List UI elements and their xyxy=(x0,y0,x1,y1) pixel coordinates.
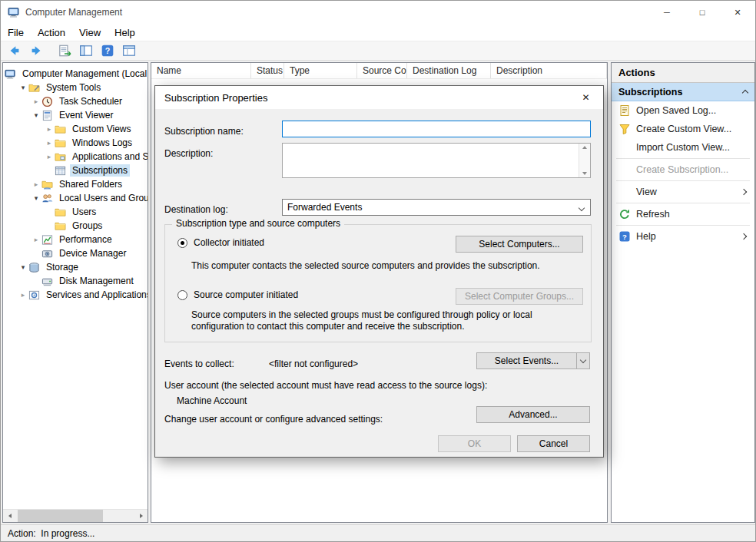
tree-item-services-and-applications[interactable]: ▸Services and Applications xyxy=(3,288,148,302)
collector-initiated-radio[interactable]: Collector initiated xyxy=(177,237,264,248)
device-manager-icon xyxy=(41,248,53,259)
tree-item-shared-folders[interactable]: ▸Shared Folders xyxy=(3,177,148,191)
tree-item-local-users-and-groups[interactable]: ▾Local Users and Groups xyxy=(3,191,148,205)
actions-group-label: Subscriptions xyxy=(618,87,682,97)
scroll-down-icon[interactable] xyxy=(582,172,587,175)
expander-collapsed-icon[interactable]: ▸ xyxy=(18,289,28,300)
column-header-type[interactable]: Type xyxy=(284,63,357,78)
user-account-value: Machine Account xyxy=(177,395,247,406)
list-column-headers: NameStatusTypeSource Co...Destination Lo… xyxy=(151,63,607,79)
actions-separator xyxy=(616,180,750,181)
scroll-left-button[interactable] xyxy=(3,510,16,522)
tree-item-storage[interactable]: ▾Storage xyxy=(3,260,148,274)
toolbar-forward-button[interactable] xyxy=(26,42,45,59)
toolbar-console-tree-button[interactable] xyxy=(76,42,95,59)
description-scrollbar[interactable] xyxy=(579,144,590,177)
action-create-custom-view[interactable]: Create Custom View... xyxy=(612,120,754,138)
tree-item-subscriptions[interactable]: Subscriptions xyxy=(3,164,148,177)
expander-collapsed-icon[interactable]: ▸ xyxy=(31,96,41,107)
menu-help[interactable]: Help xyxy=(108,25,142,40)
select-events-dropdown[interactable] xyxy=(576,353,589,368)
tree-item-label: Groups xyxy=(70,220,104,232)
action-create-subscription: Create Subscription... xyxy=(612,160,754,179)
svg-text:?: ? xyxy=(622,233,627,241)
action-label: Refresh xyxy=(636,209,670,220)
action-label: Help xyxy=(636,231,656,242)
tree-item-label: Storage xyxy=(44,261,81,273)
column-header-source-co[interactable]: Source Co... xyxy=(357,63,407,78)
tree-item-system-tools[interactable]: ▾System Tools xyxy=(3,81,148,94)
expander-expanded-icon[interactable]: ▾ xyxy=(18,262,28,273)
tree-item-users[interactable]: Users xyxy=(3,205,148,219)
scroll-up-icon[interactable] xyxy=(582,146,587,149)
close-icon: ✕ xyxy=(582,92,589,103)
toolbar-console-window-button[interactable] xyxy=(119,42,138,59)
tree-horizontal-scrollbar[interactable] xyxy=(3,509,148,522)
description-label: Description: xyxy=(164,148,213,159)
minimize-button[interactable]: ─ xyxy=(649,1,685,24)
actions-list: Open Saved Log...Create Custom View...Im… xyxy=(612,101,754,246)
tree-item-applications-and-se[interactable]: ▸Applications and Se xyxy=(3,150,148,164)
maximize-button[interactable]: □ xyxy=(685,1,720,24)
action-icon-spacer xyxy=(618,141,631,154)
tree-item-custom-views[interactable]: ▸Custom Views xyxy=(3,122,148,136)
menu-action[interactable]: Action xyxy=(31,25,72,40)
scrollbar-track[interactable] xyxy=(16,510,134,522)
tree-item-computer-management-local[interactable]: Computer Management (Local xyxy=(3,67,148,81)
subscription-name-input[interactable] xyxy=(282,121,591,137)
tree-item-event-viewer[interactable]: ▾Event Viewer xyxy=(3,108,148,122)
tree-item-groups[interactable]: Groups xyxy=(3,219,148,233)
destination-log-select[interactable]: Forwarded Events xyxy=(282,199,591,216)
column-header-description[interactable]: Description xyxy=(491,63,607,78)
toolbar-help-button[interactable]: ? xyxy=(98,42,117,59)
column-header-destination-log[interactable]: Destination Log xyxy=(407,63,491,78)
toolbar-back-button[interactable] xyxy=(5,42,24,59)
tree-item-device-manager[interactable]: Device Manager xyxy=(3,246,148,260)
subscription-properties-dialog: Subscription Properties ✕ Subscription n… xyxy=(154,85,604,458)
action-view[interactable]: View xyxy=(612,183,754,201)
column-header-status[interactable]: Status xyxy=(251,63,284,78)
close-button[interactable]: ✕ xyxy=(720,1,755,24)
tree-item-disk-management[interactable]: Disk Management xyxy=(3,274,148,288)
select-computers-button[interactable]: Select Computers... xyxy=(456,236,583,253)
scrollbar-thumb[interactable] xyxy=(18,510,103,522)
description-input[interactable] xyxy=(282,143,591,178)
forward-icon xyxy=(29,44,43,58)
column-header-name[interactable]: Name xyxy=(151,63,251,78)
menu-view[interactable]: View xyxy=(72,25,108,40)
action-import-custom-view[interactable]: Import Custom View... xyxy=(612,138,754,157)
action-refresh[interactable]: Refresh xyxy=(612,205,754,223)
expander-collapsed-icon[interactable]: ▸ xyxy=(44,124,55,134)
subscriptions-icon xyxy=(55,165,66,177)
dialog-close-button[interactable]: ✕ xyxy=(569,86,603,109)
expander-expanded-icon[interactable]: ▾ xyxy=(18,82,28,93)
expander-collapsed-icon[interactable]: ▸ xyxy=(44,151,55,162)
system-tools-icon xyxy=(28,82,40,94)
action-help[interactable]: ?Help xyxy=(612,227,754,246)
status-text: Action: In progress... xyxy=(8,528,94,539)
tree-item-task-scheduler[interactable]: ▸Task Scheduler xyxy=(3,94,148,108)
collapse-button[interactable] xyxy=(743,87,748,97)
expander-expanded-icon[interactable]: ▾ xyxy=(31,193,41,203)
event-viewer-icon xyxy=(41,110,53,121)
advanced-button[interactable]: Advanced... xyxy=(476,406,590,423)
action-label: View xyxy=(636,187,657,197)
tree-item-windows-logs[interactable]: ▸Windows Logs xyxy=(3,136,148,150)
source-computer-initiated-radio[interactable]: Source computer initiated xyxy=(177,289,298,300)
expander-collapsed-icon[interactable]: ▸ xyxy=(31,234,41,245)
cancel-button[interactable]: Cancel xyxy=(517,435,590,452)
tree-item-performance[interactable]: ▸Performance xyxy=(3,233,148,246)
menu-file[interactable]: File xyxy=(1,25,31,40)
actions-group-subscriptions[interactable]: Subscriptions xyxy=(612,83,754,101)
expander-expanded-icon[interactable]: ▾ xyxy=(31,110,41,121)
expander-collapsed-icon[interactable]: ▸ xyxy=(44,137,55,148)
subscription-name-label: Subscription name: xyxy=(164,126,244,137)
toolbar-export-list-button[interactable] xyxy=(55,42,74,59)
chevron-down-icon xyxy=(580,356,586,362)
task-scheduler-icon xyxy=(41,96,53,107)
expander-collapsed-icon[interactable]: ▸ xyxy=(31,179,41,190)
action-open-saved-log[interactable]: Open Saved Log... xyxy=(612,101,754,120)
destination-log-value: Forwarded Events xyxy=(287,202,362,213)
select-events-button[interactable]: Select Events... xyxy=(476,352,590,369)
scroll-right-button[interactable] xyxy=(134,510,148,522)
